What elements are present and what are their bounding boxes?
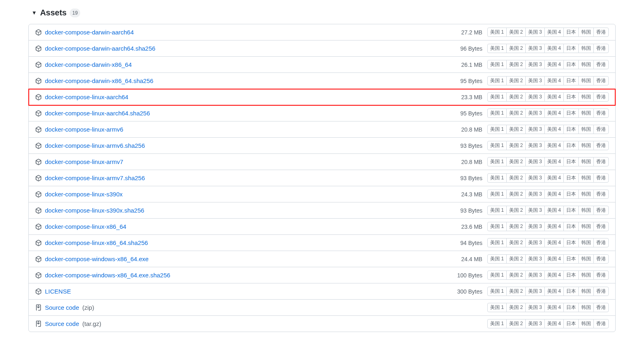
mirror-button[interactable]: 日本 (563, 222, 579, 231)
asset-link[interactable]: docker-compose-darwin-aarch64 (45, 29, 134, 36)
mirror-button[interactable]: 美国 2 (506, 270, 526, 280)
mirror-button[interactable]: 美国 1 (487, 270, 507, 280)
mirror-button[interactable]: 美国 3 (525, 254, 545, 264)
mirror-button[interactable]: 美国 4 (544, 319, 564, 328)
mirror-button[interactable]: 美国 1 (487, 125, 507, 134)
mirror-button[interactable]: 日本 (563, 173, 579, 183)
mirror-button[interactable]: 韩国 (578, 157, 594, 166)
mirror-button[interactable]: 美国 2 (506, 125, 526, 134)
mirror-button[interactable]: 美国 3 (525, 319, 545, 328)
mirror-button[interactable]: 香港 (593, 173, 609, 183)
mirror-button[interactable]: 美国 2 (506, 173, 526, 183)
mirror-button[interactable]: 香港 (593, 92, 609, 102)
mirror-button[interactable]: 韩国 (578, 238, 594, 247)
asset-link[interactable]: docker-compose-linux-x86_64 (45, 223, 126, 230)
mirror-button[interactable]: 美国 4 (544, 173, 564, 183)
asset-link[interactable]: docker-compose-linux-armv6 (45, 126, 123, 133)
mirror-button[interactable]: 日本 (563, 319, 579, 328)
mirror-button[interactable]: 美国 1 (487, 189, 507, 199)
mirror-button[interactable]: 韩国 (578, 189, 594, 199)
mirror-button[interactable]: 美国 3 (525, 157, 545, 166)
mirror-button[interactable]: 美国 4 (544, 157, 564, 166)
mirror-button[interactable]: 美国 2 (506, 287, 526, 296)
asset-link[interactable]: docker-compose-darwin-aarch64.sha256 (45, 45, 156, 52)
asset-link[interactable]: docker-compose-linux-armv7.sha256 (45, 175, 145, 181)
mirror-button[interactable]: 美国 2 (506, 206, 526, 215)
mirror-button[interactable]: 韩国 (578, 303, 594, 312)
mirror-button[interactable]: 日本 (563, 270, 579, 280)
mirror-button[interactable]: 香港 (593, 125, 609, 134)
asset-link[interactable]: docker-compose-darwin-x86_64.sha256 (45, 77, 154, 84)
mirror-button[interactable]: 美国 3 (525, 28, 545, 37)
mirror-button[interactable]: 韩国 (578, 254, 594, 264)
mirror-button[interactable]: 美国 3 (525, 287, 545, 296)
mirror-button[interactable]: 香港 (593, 287, 609, 296)
mirror-button[interactable]: 美国 1 (487, 173, 507, 183)
mirror-button[interactable]: 美国 1 (487, 28, 507, 37)
mirror-button[interactable]: 美国 1 (487, 44, 507, 53)
mirror-button[interactable]: 香港 (593, 189, 609, 199)
mirror-button[interactable]: 韩国 (578, 28, 594, 37)
asset-link[interactable]: docker-compose-linux-armv7 (45, 158, 123, 165)
mirror-button[interactable]: 美国 3 (525, 270, 545, 280)
mirror-button[interactable]: 美国 2 (506, 60, 526, 69)
asset-link[interactable]: docker-compose-linux-armv6.sha256 (45, 142, 145, 149)
mirror-button[interactable]: 韩国 (578, 206, 594, 215)
mirror-button[interactable]: 美国 3 (525, 60, 545, 69)
asset-link[interactable]: docker-compose-linux-aarch64.sha256 (45, 110, 150, 117)
mirror-button[interactable]: 日本 (563, 141, 579, 150)
mirror-button[interactable]: 香港 (593, 303, 609, 312)
mirror-button[interactable]: 日本 (563, 157, 579, 166)
mirror-button[interactable]: 香港 (593, 206, 609, 215)
mirror-button[interactable]: 日本 (563, 189, 579, 199)
mirror-button[interactable]: 美国 4 (544, 60, 564, 69)
mirror-button[interactable]: 香港 (593, 222, 609, 231)
mirror-button[interactable]: 韩国 (578, 270, 594, 280)
mirror-button[interactable]: 美国 1 (487, 157, 507, 166)
mirror-button[interactable]: 香港 (593, 28, 609, 37)
mirror-button[interactable]: 美国 3 (525, 92, 545, 102)
asset-link[interactable]: Source code (45, 304, 79, 311)
mirror-button[interactable]: 美国 4 (544, 303, 564, 312)
mirror-button[interactable]: 日本 (563, 28, 579, 37)
mirror-button[interactable]: 美国 4 (544, 238, 564, 247)
mirror-button[interactable]: 美国 1 (487, 222, 507, 231)
mirror-button[interactable]: 美国 3 (525, 76, 545, 85)
mirror-button[interactable]: 香港 (593, 238, 609, 247)
mirror-button[interactable]: 香港 (593, 141, 609, 150)
mirror-button[interactable]: 香港 (593, 157, 609, 166)
mirror-button[interactable]: 美国 1 (487, 303, 507, 312)
mirror-button[interactable]: 美国 2 (506, 28, 526, 37)
mirror-button[interactable]: 香港 (593, 60, 609, 69)
mirror-button[interactable]: 香港 (593, 254, 609, 264)
mirror-button[interactable]: 香港 (593, 76, 609, 85)
mirror-button[interactable]: 美国 3 (525, 206, 545, 215)
asset-link[interactable]: docker-compose-darwin-x86_64 (45, 61, 132, 68)
mirror-button[interactable]: 美国 1 (487, 141, 507, 150)
mirror-button[interactable]: 韩国 (578, 76, 594, 85)
assets-header[interactable]: ▼ Assets 19 (28, 8, 616, 17)
mirror-button[interactable]: 美国 2 (506, 141, 526, 150)
mirror-button[interactable]: 日本 (563, 92, 579, 102)
mirror-button[interactable]: 美国 3 (525, 189, 545, 199)
mirror-button[interactable]: 美国 1 (487, 92, 507, 102)
asset-link[interactable]: docker-compose-linux-x86_64.sha256 (45, 239, 148, 246)
mirror-button[interactable]: 美国 1 (487, 254, 507, 264)
mirror-button[interactable]: 美国 4 (544, 28, 564, 37)
mirror-button[interactable]: 韩国 (578, 60, 594, 69)
asset-link[interactable]: docker-compose-windows-x86_64.exe (45, 255, 149, 262)
mirror-button[interactable]: 香港 (593, 44, 609, 53)
mirror-button[interactable]: 美国 3 (525, 109, 545, 118)
mirror-button[interactable]: 美国 2 (506, 76, 526, 85)
asset-link[interactable]: Source code (45, 320, 79, 327)
mirror-button[interactable]: 美国 1 (487, 287, 507, 296)
asset-link[interactable]: LICENSE (45, 288, 71, 295)
mirror-button[interactable]: 香港 (593, 319, 609, 328)
mirror-button[interactable]: 日本 (563, 303, 579, 312)
mirror-button[interactable]: 美国 4 (544, 287, 564, 296)
mirror-button[interactable]: 日本 (563, 76, 579, 85)
mirror-button[interactable]: 日本 (563, 287, 579, 296)
mirror-button[interactable]: 美国 3 (525, 173, 545, 183)
mirror-button[interactable]: 日本 (563, 44, 579, 53)
mirror-button[interactable]: 美国 1 (487, 319, 507, 328)
